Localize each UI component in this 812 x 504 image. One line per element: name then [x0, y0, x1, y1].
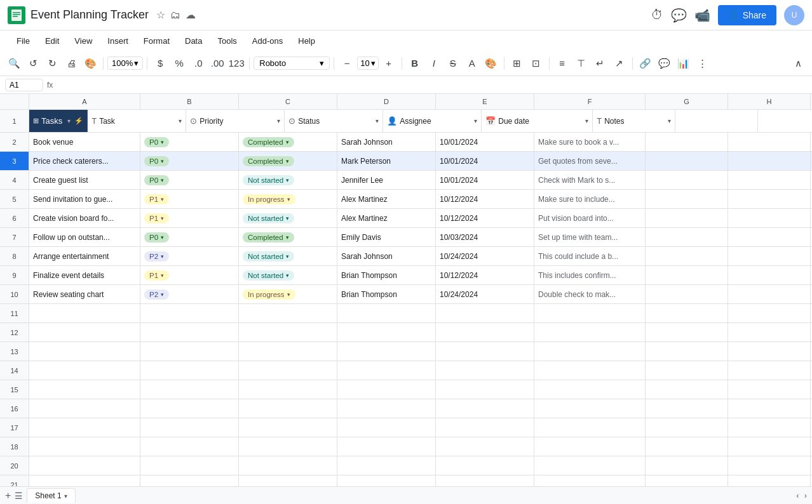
cell-task-7[interactable]: Follow up on outstan...: [29, 228, 140, 246]
empty-cell-h-17[interactable]: [728, 418, 811, 437]
italic-button[interactable]: I: [425, 55, 443, 72]
currency-button[interactable]: $: [151, 55, 169, 72]
empty-cell-f-17[interactable]: [534, 418, 646, 437]
empty-cell-h-12[interactable]: [728, 323, 811, 342]
cell-assignee-4[interactable]: Jennifer Lee: [337, 171, 436, 189]
empty-cell-b-15[interactable]: [140, 380, 239, 399]
cell-task-10[interactable]: Review seating chart: [29, 285, 140, 303]
history-icon[interactable]: ⏱: [651, 8, 663, 22]
empty-cell-d-18[interactable]: [337, 437, 436, 456]
priority-col-arrow[interactable]: ▾: [277, 117, 280, 124]
avatar[interactable]: U: [784, 5, 804, 25]
empty-cell-g-15[interactable]: [646, 380, 728, 399]
cell-due-date-7[interactable]: 10/03/2024: [436, 228, 534, 246]
cell-notes-6[interactable]: Put vision board into...: [534, 209, 646, 227]
menu-view[interactable]: View: [68, 34, 98, 48]
cell-assignee-10[interactable]: Brian Thompson: [337, 285, 436, 303]
sheet-tab-1[interactable]: Sheet 1 ▾: [27, 488, 75, 503]
header-status[interactable]: ⊙ Status ▾: [285, 110, 383, 132]
cell-due-date-5[interactable]: 10/12/2024: [436, 190, 534, 208]
empty-cell-a-13[interactable]: [29, 342, 140, 361]
formula-content[interactable]: [57, 84, 807, 86]
cell-notes-3[interactable]: Get quotes from seve...: [534, 152, 646, 170]
empty-cell-b-11[interactable]: [140, 304, 239, 322]
empty-cell-c-14[interactable]: [239, 361, 337, 380]
sheet-list-button[interactable]: ☰: [15, 491, 23, 501]
empty-cell-d-20[interactable]: [337, 456, 436, 475]
cell-priority-10[interactable]: P2 ▾: [140, 285, 239, 303]
cell-due-date-9[interactable]: 10/12/2024: [436, 266, 534, 284]
menu-edit[interactable]: Edit: [39, 34, 65, 48]
empty-cell-c-20[interactable]: [239, 456, 337, 475]
undo-button[interactable]: ↺: [24, 55, 42, 72]
cloud-icon[interactable]: ☁: [186, 9, 196, 21]
empty-cell-e-13[interactable]: [436, 342, 534, 361]
print-button[interactable]: 🖨: [62, 55, 80, 72]
empty-cell-a-21[interactable]: [29, 475, 140, 486]
menu-help[interactable]: Help: [292, 34, 321, 48]
cell-task-2[interactable]: Book venue: [29, 133, 140, 151]
empty-cell-f-21[interactable]: [534, 475, 646, 486]
table-row[interactable]: 8 Arrange entertainment P2 ▾ Not started…: [0, 247, 812, 266]
header-notes[interactable]: T Notes ▾: [593, 110, 675, 132]
cell-due-date-4[interactable]: 10/01/2024: [436, 171, 534, 189]
menu-file[interactable]: File: [10, 34, 36, 48]
header-task[interactable]: T Task ▾: [88, 110, 186, 132]
insert-link-button[interactable]: 🔗: [637, 55, 654, 72]
cell-task-4[interactable]: Create guest list: [29, 171, 140, 189]
task-col-arrow[interactable]: ▾: [179, 117, 182, 124]
cell-status-3[interactable]: Completed ▾: [239, 152, 337, 170]
empty-cell-g-21[interactable]: [646, 475, 728, 486]
search-button[interactable]: 🔍: [5, 55, 23, 72]
cell-notes-10[interactable]: Double check to mak...: [534, 285, 646, 303]
empty-cell-f-18[interactable]: [534, 437, 646, 456]
empty-cell-f-16[interactable]: [534, 399, 646, 418]
empty-cell-b-12[interactable]: [140, 323, 239, 342]
text-wrap-button[interactable]: ↵: [592, 55, 609, 72]
col-header-c[interactable]: C: [239, 94, 337, 109]
cell-assignee-5[interactable]: Alex Martinez: [337, 190, 436, 208]
empty-cell-h-20[interactable]: [728, 456, 811, 475]
empty-cell-h-11[interactable]: [728, 304, 811, 322]
increase-decimal-button[interactable]: .00: [208, 55, 226, 72]
scroll-left-button[interactable]: ‹: [796, 491, 799, 500]
fill-color-button[interactable]: 🎨: [482, 55, 500, 72]
empty-cell-e-11[interactable]: [436, 304, 534, 322]
empty-cell-b-17[interactable]: [140, 418, 239, 437]
header-assignee[interactable]: 👤 Assignee ▾: [383, 110, 482, 132]
empty-cell-c-16[interactable]: [239, 399, 337, 418]
col-header-g[interactable]: G: [646, 94, 728, 109]
empty-cell-e-17[interactable]: [436, 418, 534, 437]
video-icon[interactable]: 📹: [694, 8, 710, 23]
empty-cell-a-14[interactable]: [29, 361, 140, 380]
assignee-col-arrow[interactable]: ▾: [474, 117, 477, 124]
cell-notes-4[interactable]: Check with Mark to s...: [534, 171, 646, 189]
empty-cell-e-12[interactable]: [436, 323, 534, 342]
cell-status-9[interactable]: Not started ▾: [239, 266, 337, 284]
empty-cell-b-21[interactable]: [140, 475, 239, 486]
decrease-font-button[interactable]: −: [338, 55, 356, 72]
cell-notes-7[interactable]: Set up time with team...: [534, 228, 646, 246]
cell-notes-8[interactable]: This could include a b...: [534, 247, 646, 265]
v-align-button[interactable]: ⊤: [572, 55, 590, 72]
table-row[interactable]: 7 Follow up on outstan... P0 ▾ Completed…: [0, 228, 812, 247]
menu-data[interactable]: Data: [179, 34, 208, 48]
empty-cell-a-18[interactable]: [29, 437, 140, 456]
empty-cell-d-12[interactable]: [337, 323, 436, 342]
redo-button[interactable]: ↻: [43, 55, 61, 72]
cell-status-7[interactable]: Completed ▾: [239, 228, 337, 246]
empty-cell-h-13[interactable]: [728, 342, 811, 361]
cell-assignee-9[interactable]: Brian Thompson: [337, 266, 436, 284]
empty-cell-e-15[interactable]: [436, 380, 534, 399]
cell-due-date-2[interactable]: 10/01/2024: [436, 133, 534, 151]
star-icon[interactable]: ☆: [156, 9, 165, 21]
empty-cell-a-17[interactable]: [29, 418, 140, 437]
add-sheet-button[interactable]: +: [5, 490, 11, 501]
cell-status-6[interactable]: Not started ▾: [239, 209, 337, 227]
table-row[interactable]: 2 Book venue P0 ▾ Completed ▾ Sarah John…: [0, 133, 812, 152]
empty-cell-c-11[interactable]: [239, 304, 337, 322]
percent-button[interactable]: %: [170, 55, 188, 72]
empty-cell-b-20[interactable]: [140, 456, 239, 475]
empty-cell-g-17[interactable]: [646, 418, 728, 437]
font-size-box[interactable]: 10 ▾: [357, 56, 378, 70]
